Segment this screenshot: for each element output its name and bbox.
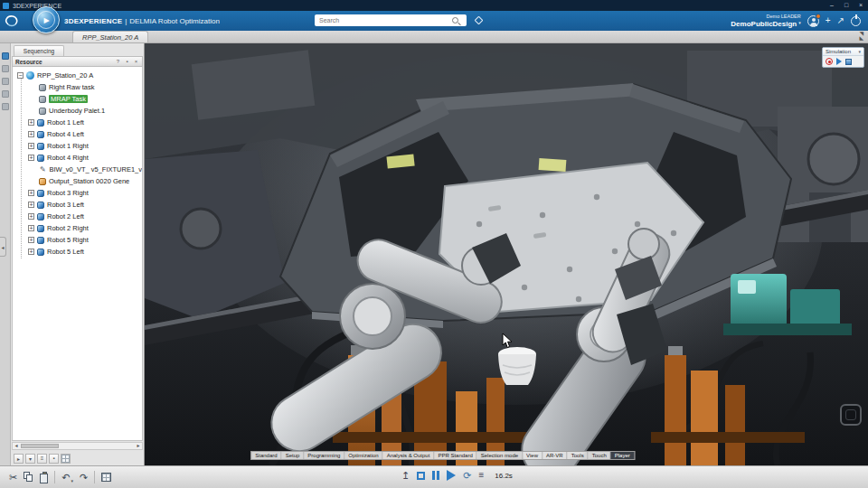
help-icon[interactable]: ? (115, 59, 121, 64)
tab-optimization[interactable]: Optimization (344, 452, 382, 459)
expand-toggle[interactable]: + (28, 225, 34, 231)
fullscreen-icon[interactable]: ◥ ◣ (859, 32, 863, 41)
close-panel-icon[interactable]: × (133, 59, 139, 64)
capture-button[interactable] (845, 59, 852, 65)
minimize-button[interactable]: – (825, 0, 839, 11)
scroll-right-icon[interactable]: ▸ (135, 443, 142, 449)
view-cube-widget[interactable] (840, 404, 862, 426)
section-tool-icon[interactable] (2, 103, 9, 110)
tab-analysis-output[interactable]: Analysis & Output (383, 452, 435, 459)
filter-button[interactable]: ▪ (49, 454, 59, 464)
tree-item[interactable]: − RPP_Station_20 A (13, 70, 142, 81)
tab-touch[interactable]: Touch (589, 452, 611, 459)
application-window: 3DEXPERIENCE – □ × 3DEXPERIENCE | DELMIA… (0, 0, 868, 488)
play-button[interactable] (447, 470, 456, 481)
tree-item[interactable]: Right Raw task (13, 81, 142, 93)
redo-icon[interactable]: ↷ (80, 472, 88, 483)
tab-view[interactable]: View (523, 452, 542, 459)
scrollbar-thumb[interactable] (21, 444, 59, 448)
tree-item[interactable]: + Robot 3 Left (13, 199, 142, 211)
tab-player[interactable]: Player (611, 452, 635, 459)
tree-item[interactable]: Output_Station 0020 Gene (13, 175, 142, 187)
add-content-button[interactable]: + (826, 16, 831, 25)
expand-toggle[interactable]: + (28, 190, 34, 196)
tab-tools[interactable]: Tools (568, 452, 589, 459)
panel-collapse-button[interactable]: ◂ (0, 237, 6, 257)
tab-selection-mode[interactable]: Selection mode (477, 452, 523, 459)
output-station-icon (39, 178, 46, 185)
tree-item[interactable]: + Robot 1 Left (13, 117, 142, 128)
share-button[interactable]: ↗ (837, 16, 844, 25)
tree-item[interactable]: + Robot 5 Left (13, 246, 142, 258)
close-button[interactable]: × (854, 0, 868, 11)
scroll-left-icon[interactable]: ◂ (13, 443, 20, 449)
grid-view-button[interactable] (61, 454, 71, 464)
tab-ar-vr[interactable]: AR-VR (542, 452, 568, 459)
expand-toggle[interactable]: + (28, 131, 34, 137)
loop-icon[interactable]: ⟳ (463, 471, 471, 481)
tab-standard[interactable]: Standard (251, 452, 281, 459)
collapse-toggle[interactable]: − (17, 72, 24, 79)
tree-item[interactable]: + Robot 3 Right (13, 187, 142, 199)
list-view-button[interactable]: ≡ (37, 454, 47, 464)
search-icon[interactable] (452, 17, 458, 23)
record-button[interactable] (826, 58, 833, 65)
select-tool-icon[interactable] (2, 52, 9, 60)
user-block[interactable]: Demo LEADER DemoPublicDesign ▾ (731, 14, 800, 28)
expand-toggle[interactable]: + (28, 249, 34, 255)
expand-toggle[interactable]: + (28, 237, 34, 243)
pin-icon[interactable]: ▪ (124, 59, 130, 64)
tree-item[interactable]: + Robot 4 Right (13, 152, 142, 164)
expand-toggle[interactable]: + (28, 202, 34, 208)
tab-sequencing[interactable]: Sequencing (14, 45, 64, 56)
horizontal-scrollbar[interactable]: ◂ ▸ (12, 442, 143, 450)
tag-icon[interactable] (473, 14, 485, 26)
simulation-panel: Simulation ▾ (822, 47, 864, 68)
export-table-icon[interactable] (101, 473, 111, 482)
resource-icon (39, 108, 46, 115)
workspace-dropdown[interactable]: DemoPublicDesign ▾ (731, 20, 800, 28)
brand-title: 3DEXPERIENCE | DELMIA Robot Optimization (64, 17, 220, 25)
tree-item[interactable]: + Robot 4 Left (13, 128, 142, 140)
pause-button[interactable] (432, 471, 439, 480)
tab-setup[interactable]: Setup (282, 452, 305, 459)
chevron-down-icon[interactable]: ▾ (858, 49, 861, 54)
expand-toggle[interactable]: + (28, 213, 34, 220)
expand-all-button[interactable]: ▸ (14, 454, 24, 464)
tree-item[interactable]: ✎ BIW_v0_VT_ v5_FIXTURE1_v (13, 164, 142, 175)
explore-tool-icon[interactable] (2, 65, 9, 72)
paste-icon[interactable] (40, 474, 48, 483)
station-root-icon (26, 71, 34, 80)
view-tool-icon[interactable] (2, 78, 9, 85)
tree-item-selected[interactable]: MRAP Task (13, 93, 142, 105)
playlist-icon[interactable]: ≡ (478, 471, 484, 480)
robot-icon (37, 143, 44, 150)
tree-item[interactable]: + Robot 5 Right (13, 234, 142, 246)
tab-programming[interactable]: Programming (304, 452, 344, 459)
tree-item[interactable]: Underbody Palet.1 (13, 105, 142, 117)
avatar[interactable] (807, 15, 819, 27)
export-icon[interactable]: ↥ (401, 471, 410, 481)
expand-toggle[interactable]: + (28, 155, 34, 161)
3d-viewport[interactable]: Simulation ▾ Standard Setup Programming … (145, 43, 868, 465)
collapse-all-button[interactable]: ▾ (25, 454, 35, 464)
tree-item[interactable]: + Robot 1 Right (13, 140, 142, 152)
tab-ppr-standard[interactable]: PPR Standard (434, 452, 476, 459)
search-input[interactable] (315, 14, 467, 26)
power-icon[interactable] (851, 16, 861, 26)
copy-icon[interactable] (24, 472, 33, 483)
robot-cell-3d-scene[interactable] (145, 43, 868, 465)
maximize-button[interactable]: □ (839, 0, 854, 11)
undo-button[interactable]: ↶ ▾ (61, 472, 73, 483)
measure-tool-icon[interactable] (2, 90, 9, 98)
document-tab[interactable]: RPP_Station_20 A (72, 31, 148, 42)
tree-item[interactable]: + Robot 2 Left (13, 211, 142, 222)
expand-toggle[interactable]: + (28, 143, 34, 149)
cut-icon[interactable]: ✂ (9, 472, 17, 483)
document-tab-bar: RPP_Station_20 A ◥ ◣ (0, 31, 868, 43)
expand-toggle[interactable]: + (28, 119, 34, 126)
play-simulation-button[interactable] (836, 58, 842, 65)
tree-item[interactable]: + Robot 2 Right (13, 222, 142, 234)
3d-compass-icon[interactable]: ▶ (33, 6, 60, 33)
stop-button[interactable] (417, 472, 425, 480)
